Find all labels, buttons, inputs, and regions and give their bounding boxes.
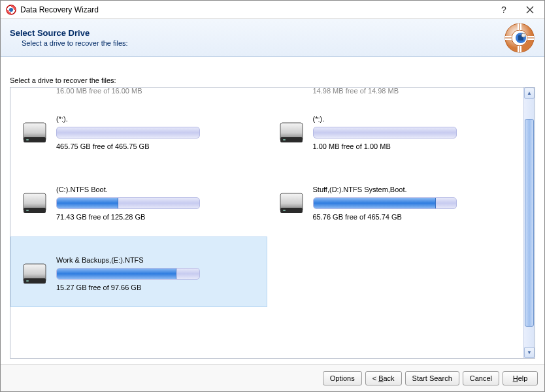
options-button[interactable]: Options — [323, 371, 362, 385]
app-window: Data Recovery Wizard ? Select Source Dri… — [0, 0, 545, 392]
content-label: Select a drive to recover the files: — [10, 76, 535, 84]
usage-bar — [56, 127, 200, 139]
titlebar: Data Recovery Wizard ? — [1, 1, 544, 19]
hdd-icon — [278, 119, 305, 146]
drive-info: (*:).1.00 MB free of 1.00 MB — [313, 115, 514, 150]
back-button[interactable]: < Back — [365, 371, 402, 385]
usage-fill — [57, 269, 176, 279]
wizard-header: Select Source Drive Select a drive to re… — [1, 19, 544, 57]
drive-list-container: 16.00 MB free of 16.00 MB 14.98 MB free … — [10, 87, 535, 359]
svg-rect-21 — [26, 280, 29, 282]
cutoff-row: 16.00 MB free of 16.00 MB 14.98 MB free … — [10, 88, 523, 95]
cutoff-right: 14.98 MB free of 14.98 MB — [267, 88, 524, 95]
hdd-icon — [21, 260, 48, 287]
content-area: Select a drive to recover the files: 16.… — [1, 57, 544, 364]
drive-info: (*:).465.75 GB free of 465.75 GB — [56, 115, 257, 150]
svg-rect-12 — [283, 139, 286, 140]
header-subtitle: Select a drive to recover the files: — [10, 39, 504, 47]
drive-item[interactable]: Stuff,(D:).NTFS System,Boot.65.76 GB fre… — [267, 166, 524, 237]
window-title: Data Recovery Wizard — [20, 5, 491, 14]
scroll-up-arrow[interactable]: ▲ — [524, 88, 535, 99]
start-search-button[interactable]: Start Search — [405, 371, 459, 385]
vertical-scrollbar[interactable]: ▲ ▼ — [523, 88, 535, 358]
hdd-icon — [278, 189, 305, 217]
scroll-down-arrow[interactable]: ▼ — [524, 347, 535, 358]
lifering-icon — [504, 22, 535, 54]
drive-info: (C:).NTFS Boot.71.43 GB free of 125.28 G… — [56, 186, 257, 221]
cutoff-left: 16.00 MB free of 16.00 MB — [10, 88, 267, 95]
drive-name: (*:). — [56, 115, 257, 123]
drive-item[interactable]: (C:).NTFS Boot.71.43 GB free of 125.28 G… — [10, 166, 267, 237]
drive-list[interactable]: 16.00 MB free of 16.00 MB 14.98 MB free … — [10, 88, 523, 358]
usage-bar — [313, 127, 457, 139]
drive-name: Work & Backups,(E:).NTFS — [56, 256, 257, 264]
hdd-icon — [21, 189, 48, 217]
drive-free-text: 71.43 GB free of 125.28 GB — [56, 213, 257, 221]
usage-bar — [56, 197, 200, 209]
svg-rect-18 — [283, 210, 286, 211]
hdd-icon — [21, 119, 48, 146]
usage-bar — [313, 197, 457, 209]
drive-free-text: 65.76 GB free of 465.74 GB — [313, 213, 514, 221]
usage-fill — [314, 198, 436, 208]
drive-item[interactable]: Work & Backups,(E:).NTFS15.27 GB free of… — [10, 237, 267, 307]
usage-fill — [57, 198, 118, 208]
svg-rect-9 — [26, 139, 29, 140]
drive-free-text: 15.27 GB free of 97.66 GB — [56, 284, 257, 291]
drive-name: (C:).NTFS Boot. — [56, 186, 257, 193]
help-button[interactable]: ? — [491, 1, 517, 18]
scroll-track[interactable] — [525, 99, 534, 346]
drive-info: Stuff,(D:).NTFS System,Boot.65.76 GB fre… — [313, 186, 514, 221]
app-icon — [6, 5, 16, 15]
drive-item[interactable]: (*:).465.75 GB free of 465.75 GB — [10, 95, 267, 166]
scroll-thumb[interactable] — [525, 119, 534, 327]
drive-item[interactable]: (*:).1.00 MB free of 1.00 MB — [267, 95, 524, 166]
svg-rect-15 — [26, 210, 29, 211]
drive-free-text: 1.00 MB free of 1.00 MB — [313, 142, 514, 150]
usage-bar — [56, 268, 200, 280]
drive-name: (*:). — [313, 115, 514, 123]
drive-name: Stuff,(D:).NTFS System,Boot. — [313, 186, 514, 193]
drive-info: Work & Backups,(E:).NTFS15.27 GB free of… — [56, 256, 257, 291]
help-footer-button[interactable]: Help — [503, 371, 538, 385]
header-title: Select Source Drive — [10, 28, 504, 38]
cancel-button[interactable]: Cancel — [463, 371, 499, 385]
close-button[interactable] — [517, 1, 543, 18]
footer: Options < Back Start Search Cancel Help — [1, 364, 544, 391]
svg-point-1 — [9, 8, 13, 12]
svg-point-6 — [521, 33, 525, 37]
drive-free-text: 465.75 GB free of 465.75 GB — [56, 142, 257, 150]
